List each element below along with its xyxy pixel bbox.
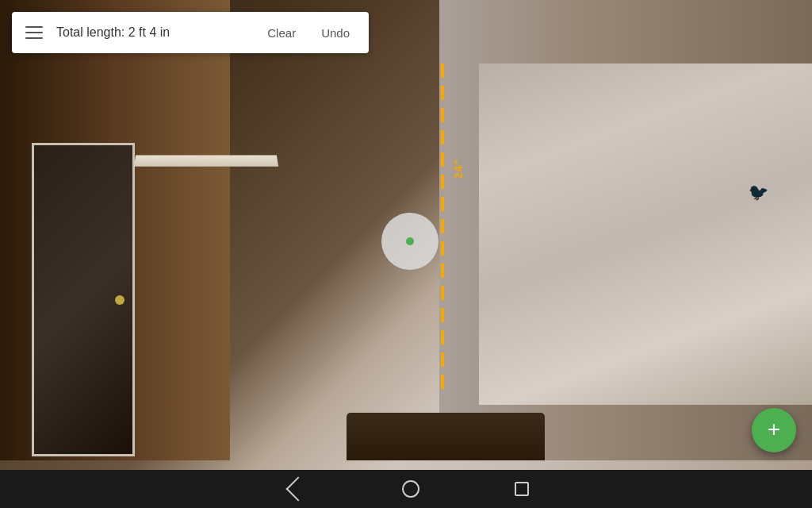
undo-button[interactable]: Undo: [308, 20, 362, 46]
add-icon: +: [768, 418, 780, 441]
hamburger-line-2: [25, 32, 43, 33]
scene-door-knob: [115, 295, 124, 305]
home-button[interactable]: [402, 480, 419, 498]
scene-picture: 🐦: [479, 64, 812, 405]
back-icon: [285, 476, 310, 501]
hamburger-line-3: [25, 37, 43, 39]
toolbar: Total length: 2 ft 4 in Clear Undo: [12, 12, 369, 53]
recents-icon: [515, 482, 529, 496]
scene-door-frame: [32, 143, 135, 456]
drag-handle[interactable]: [381, 213, 439, 270]
scene-bird: 🐦: [749, 183, 772, 198]
home-icon: [402, 480, 419, 498]
scene-sofa: [347, 413, 545, 460]
hamburger-line-1: [25, 26, 43, 28]
menu-button[interactable]: [18, 17, 50, 48]
fab-button[interactable]: +: [752, 408, 796, 452]
total-length-label: Total length: 2 ft 4 in: [50, 25, 255, 40]
nav-bar: [0, 470, 812, 508]
recents-button[interactable]: [515, 482, 529, 496]
drag-handle-dot: [406, 237, 414, 245]
back-button[interactable]: [283, 480, 307, 498]
app-container: 🐦 24" Total length: 2 ft 4 in Clear Undo…: [0, 0, 812, 508]
scene-door-inner: [34, 145, 132, 454]
measurement-line: [441, 64, 444, 389]
clear-button[interactable]: Clear: [255, 20, 308, 46]
measurement-label: 24": [452, 159, 465, 179]
scene-ceiling-trim: [134, 156, 278, 167]
